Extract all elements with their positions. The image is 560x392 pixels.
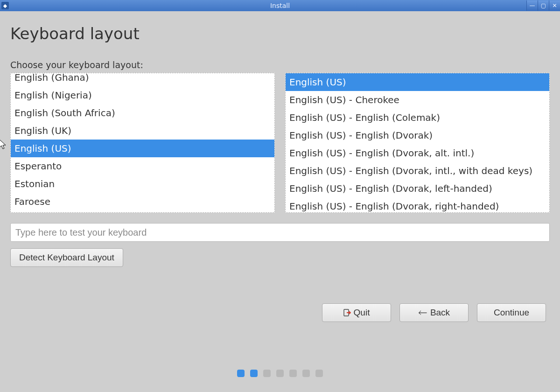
list-item[interactable]: English (US) <box>286 73 549 91</box>
keyboard-test-input[interactable] <box>10 223 550 242</box>
content-area: Keyboard layout Choose your keyboard lay… <box>0 11 560 267</box>
detect-keyboard-button[interactable]: Detect Keyboard Layout <box>10 248 123 267</box>
progress-dot <box>250 370 258 377</box>
layout-variant-list[interactable]: English (US)English (US) - CherokeeEngli… <box>285 73 550 213</box>
continue-label: Continue <box>494 308 529 318</box>
instruction-label: Choose your keyboard layout: <box>10 60 550 70</box>
progress-dot <box>237 370 245 377</box>
window-title: Install <box>270 2 290 9</box>
list-item[interactable]: Esperanto <box>11 157 274 175</box>
list-item[interactable]: English (US) - English (Dvorak) <box>286 126 549 144</box>
progress-dot <box>302 370 310 377</box>
list-item[interactable]: English (US) - English (Colemak) <box>286 109 549 126</box>
close-button[interactable]: ✕ <box>549 0 560 11</box>
list-item[interactable]: English (US) - Cherokee <box>286 91 549 109</box>
back-arrow-icon: 🡐 <box>418 308 427 317</box>
back-label: Back <box>430 308 450 318</box>
app-icon: ◆ <box>1 2 9 9</box>
quit-button[interactable]: Quit <box>322 303 391 322</box>
maximize-button[interactable]: ▢ <box>538 0 549 11</box>
page-title: Keyboard layout <box>10 24 550 43</box>
list-item[interactable]: English (US) - English (Dvorak, intl., w… <box>286 162 549 180</box>
list-item[interactable]: English (US) - English (Dvorak, right-ha… <box>286 197 549 213</box>
list-item[interactable]: English (Nigeria) <box>11 86 274 104</box>
list-item[interactable]: English (US) - English (Dvorak, left-han… <box>286 180 549 197</box>
list-item[interactable]: English (Ghana) <box>11 73 274 86</box>
continue-button[interactable]: Continue <box>477 303 546 322</box>
quit-label: Quit <box>354 308 370 318</box>
layout-lists-row: English (Ghana)English (Nigeria)English … <box>10 73 550 213</box>
progress-dot <box>263 370 271 377</box>
layout-language-list[interactable]: English (Ghana)English (Nigeria)English … <box>10 73 275 213</box>
progress-dot <box>276 370 284 377</box>
titlebar: ◆ Install — ▢ ✕ <box>0 0 560 11</box>
list-item[interactable]: English (UK) <box>11 122 274 140</box>
nav-buttons: Quit 🡐 Back Continue <box>322 303 546 322</box>
list-item[interactable]: English (US) <box>11 140 274 157</box>
back-button[interactable]: 🡐 Back <box>399 303 469 322</box>
quit-icon <box>343 309 351 316</box>
progress-dot <box>315 370 323 377</box>
titlebar-left: ◆ <box>1 2 9 9</box>
list-item[interactable]: Filipino <box>11 210 274 213</box>
progress-indicator <box>237 370 323 377</box>
list-item[interactable]: English (South Africa) <box>11 104 274 122</box>
minimize-button[interactable]: — <box>526 0 538 11</box>
progress-dot <box>289 370 297 377</box>
list-item[interactable]: Faroese <box>11 193 274 210</box>
list-item[interactable]: Estonian <box>11 175 274 193</box>
window-controls: — ▢ ✕ <box>526 0 560 11</box>
list-item[interactable]: English (US) - English (Dvorak, alt. int… <box>286 144 549 162</box>
